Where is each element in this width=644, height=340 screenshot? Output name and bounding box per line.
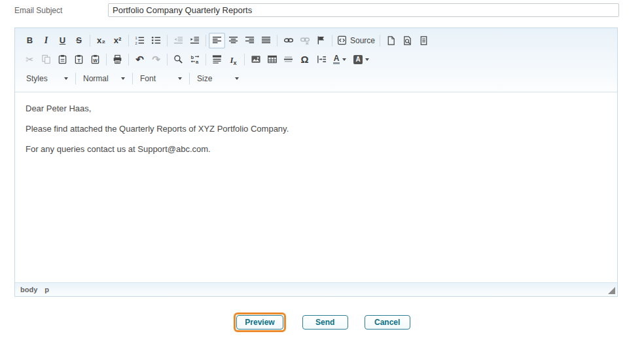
email-subject-input[interactable] [108,3,619,17]
paste-as-text-button[interactable]: T [71,52,87,67]
toolbar-separator [167,35,168,47]
templates-icon [419,35,429,46]
editor-paragraph: Please find attached the Quarterly Repor… [26,124,607,134]
decrease-indent-icon [173,35,183,45]
undo-button[interactable]: ↶ [132,52,148,67]
chevron-down-icon [365,58,369,61]
align-center-button[interactable] [225,33,241,48]
cut-button: ✂ [22,52,38,67]
editor-content-area[interactable]: Dear Peter Haas, Please find attached th… [15,92,617,282]
underline-button[interactable]: U [54,33,71,48]
new-page-button[interactable] [383,33,399,48]
chevron-down-icon [178,77,182,80]
paragraph-format-dropdown[interactable]: Normal [79,71,130,86]
styles-dropdown[interactable]: Styles [22,71,73,86]
align-justify-button[interactable] [258,33,274,48]
elements-path-bar: body p [15,282,617,296]
elements-path-p[interactable]: p [45,286,49,293]
svg-text:1: 1 [135,36,137,40]
toolbar-separator [206,54,206,66]
bulleted-list-button[interactable] [148,33,164,48]
email-subject-label: Email Subject [14,6,108,15]
horizontal-rule-button[interactable] [280,52,296,67]
bulleted-list-icon [151,35,161,45]
paste-from-word-icon: W [90,54,100,64]
align-justify-icon [261,35,271,45]
bold-button[interactable]: B [22,33,38,48]
editor-paragraph: For any queries contact us at Support@ab… [26,144,607,154]
toolbar-separator [90,35,90,47]
strikethrough-icon: S [76,36,82,45]
link-button[interactable] [280,33,296,48]
chevron-down-icon [235,77,239,80]
background-color-button[interactable]: A [350,52,372,67]
new-page-icon [386,35,396,46]
toolbar-separator [244,54,245,66]
numbered-list-button[interactable]: 1 2 [132,33,148,48]
svg-text:2: 2 [135,41,137,45]
subscript-button[interactable]: x₂ [93,33,109,48]
increase-indent-button[interactable] [187,33,203,48]
resize-handle[interactable] [608,287,615,294]
toolbar-row-2: ✂ T [22,50,611,69]
special-character-icon: Ω [300,54,308,64]
editor-paragraph: Dear Peter Haas, [26,104,607,113]
page-break-button[interactable] [313,52,329,67]
templates-button[interactable] [416,33,432,48]
paste-from-word-button[interactable]: W [87,52,103,67]
align-left-icon [212,35,222,45]
toolbar-separator [380,35,380,47]
superscript-icon: x² [114,36,122,45]
toolbar-separator [206,35,206,47]
unlink-icon [300,35,310,45]
special-character-button[interactable]: Ω [296,52,313,67]
numbered-list-icon: 1 2 [135,35,145,45]
copy-button [38,52,54,67]
size-dropdown[interactable]: Size [192,71,243,86]
text-color-button[interactable]: A [329,52,350,67]
replace-icon: b a [190,54,200,64]
preview-page-icon [402,35,412,46]
remove-format-icon: Ix [230,54,236,66]
anchor-button[interactable] [313,33,329,48]
chevron-down-icon [64,77,68,80]
align-left-button[interactable] [209,33,225,48]
italic-button[interactable]: I [38,33,54,48]
replace-button[interactable]: b a [187,52,203,67]
italic-icon: I [45,36,48,45]
preview-page-button[interactable] [399,33,416,48]
send-button[interactable]: Send [302,315,348,330]
redo-icon: ↷ [152,54,160,64]
page-break-icon [316,54,327,64]
align-right-button[interactable] [241,33,258,48]
toolbar-separator [167,54,168,66]
styles-dropdown-label: Styles [26,74,48,83]
source-icon [337,35,347,45]
chevron-down-icon [342,58,346,61]
email-subject-row: Email Subject [14,3,619,17]
image-button[interactable] [247,52,264,67]
svg-text:T: T [77,58,80,64]
print-button[interactable] [109,52,126,67]
remove-format-button[interactable]: Ix [225,52,241,67]
toolbar-separator [189,73,190,85]
paste-as-text-icon: T [74,54,84,64]
elements-path-body[interactable]: body [20,286,37,293]
cancel-button[interactable]: Cancel [365,315,410,330]
find-button[interactable] [170,52,187,67]
table-icon [267,54,277,64]
select-all-button[interactable] [209,52,225,67]
superscript-button[interactable]: x² [109,33,126,48]
size-dropdown-label: Size [197,74,212,83]
subscript-icon: x₂ [97,36,105,45]
strikethrough-button[interactable]: S [71,33,87,48]
cut-icon: ✂ [26,54,34,64]
font-dropdown[interactable]: Font [135,71,187,86]
table-button[interactable] [264,52,280,67]
print-icon [113,54,122,64]
preview-button[interactable]: Preview [236,315,283,330]
paste-button[interactable] [54,52,71,67]
source-button[interactable]: Source [335,33,377,48]
undo-icon: ↶ [135,54,144,64]
align-center-icon [228,35,238,45]
